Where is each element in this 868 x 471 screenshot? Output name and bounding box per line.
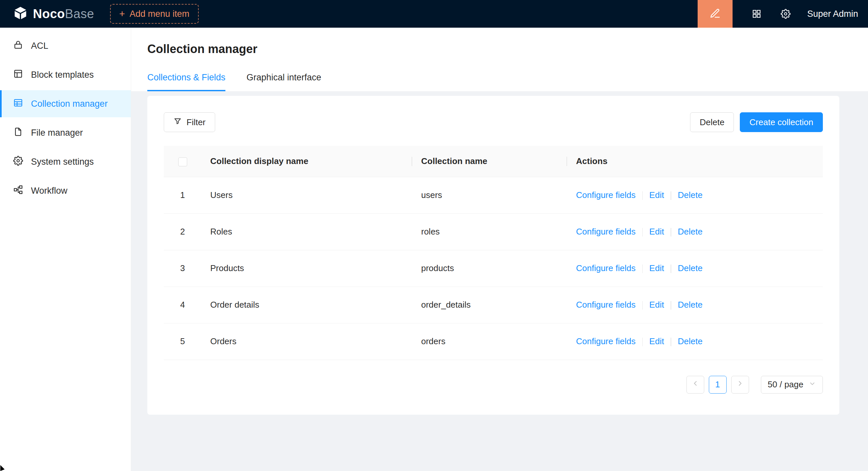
- action-divider: [642, 338, 643, 346]
- sidebar-item-label: ACL: [31, 41, 49, 51]
- filter-button[interactable]: Filter: [164, 112, 215, 132]
- logo-wordmark: NocoBase: [33, 7, 94, 21]
- delete-link[interactable]: Delete: [678, 190, 703, 200]
- edit-link[interactable]: Edit: [649, 190, 664, 200]
- collections-card: Filter Delete Create collection: [147, 96, 839, 415]
- sidebar-item-file-manager[interactable]: File manager: [0, 119, 131, 146]
- lock-icon: [13, 40, 23, 52]
- table-row: 4 Order details order_details Configure …: [164, 287, 823, 323]
- row-actions: Configure fieldsEditDelete: [567, 177, 823, 213]
- top-header: NocoBase + Add menu item: [0, 0, 868, 28]
- create-collection-button[interactable]: Create collection: [740, 112, 823, 132]
- action-divider: [671, 338, 671, 346]
- highlighter-icon: [710, 8, 721, 20]
- ui-editor-toggle-button[interactable]: [698, 0, 733, 28]
- configure-fields-link[interactable]: Configure fields: [576, 300, 636, 310]
- page-title: Collection manager: [147, 42, 852, 56]
- edit-link[interactable]: Edit: [649, 336, 664, 346]
- plus-icon: +: [119, 9, 125, 19]
- chevron-down-icon: [809, 379, 816, 390]
- page-header: Collection manager Collections & Fields …: [131, 28, 868, 91]
- filter-button-label: Filter: [187, 117, 206, 128]
- chevron-left-icon: [691, 379, 699, 390]
- edit-link[interactable]: Edit: [649, 263, 664, 273]
- action-divider: [671, 191, 671, 200]
- prev-page-button[interactable]: [686, 376, 704, 394]
- collection-display-name: Roles: [202, 213, 412, 250]
- delete-link[interactable]: Delete: [678, 227, 703, 236]
- delete-link[interactable]: Delete: [678, 263, 703, 273]
- page-size-value: 50 / page: [768, 379, 803, 390]
- settings-gear-icon[interactable]: [781, 9, 790, 19]
- cube-logo-icon: [13, 6, 28, 22]
- nocobase-logo[interactable]: NocoBase: [0, 6, 94, 22]
- collections-table: Collection display name Collection name …: [164, 146, 823, 360]
- content-area: Filter Delete Create collection: [131, 91, 868, 471]
- select-all-header-cell: [164, 146, 202, 177]
- sidebar-item-system-settings[interactable]: System settings: [0, 148, 131, 175]
- action-divider: [642, 228, 643, 236]
- row-actions: Configure fieldsEditDelete: [567, 287, 823, 323]
- column-header-name: Collection name: [412, 146, 567, 177]
- settings-sidebar: ACL Block templates Collection manager: [0, 28, 131, 471]
- table-row: 5 Orders orders Configure fieldsEditDele…: [164, 323, 823, 360]
- sidebar-item-acl[interactable]: ACL: [0, 32, 131, 59]
- sidebar-item-label: Collection manager: [31, 99, 108, 109]
- configure-fields-link[interactable]: Configure fields: [576, 263, 636, 273]
- row-actions: Configure fieldsEditDelete: [567, 213, 823, 250]
- column-header-display-name: Collection display name: [202, 146, 412, 177]
- app-window: NocoBase + Add menu item: [0, 0, 868, 471]
- table-toolbar: Filter Delete Create collection: [164, 112, 823, 132]
- edit-link[interactable]: Edit: [649, 300, 664, 310]
- delete-link[interactable]: Delete: [678, 300, 703, 310]
- table-header-row: Collection display name Collection name …: [164, 146, 823, 177]
- mouse-cursor: [0, 464, 7, 471]
- action-divider: [642, 265, 643, 273]
- row-index: 4: [164, 287, 202, 323]
- configure-fields-link[interactable]: Configure fields: [576, 227, 636, 236]
- action-divider: [671, 301, 671, 310]
- gear-icon: [13, 156, 23, 168]
- sidebar-item-label: System settings: [31, 157, 94, 167]
- edit-link[interactable]: Edit: [649, 227, 664, 236]
- file-icon: [13, 127, 23, 139]
- user-menu[interactable]: Super Admin: [807, 9, 858, 19]
- sidebar-item-label: File manager: [31, 128, 83, 138]
- table-row: 3 Products products Configure fieldsEdit…: [164, 250, 823, 287]
- row-index: 2: [164, 213, 202, 250]
- column-header-actions: Actions: [567, 146, 823, 177]
- tab-bar: Collections & Fields Graphical interface: [147, 72, 852, 91]
- row-index: 3: [164, 250, 202, 287]
- page-size-select[interactable]: 50 / page: [761, 376, 823, 394]
- add-menu-item-button[interactable]: + Add menu item: [110, 4, 199, 24]
- collection-display-name: Users: [202, 177, 412, 213]
- action-divider: [642, 301, 643, 310]
- configure-fields-link[interactable]: Configure fields: [576, 190, 636, 200]
- filter-funnel-icon: [173, 117, 182, 128]
- table-row: 1 Users users Configure fieldsEditDelete: [164, 177, 823, 213]
- sidebar-item-workflow[interactable]: Workflow: [0, 177, 131, 204]
- delete-button[interactable]: Delete: [690, 112, 734, 132]
- tab-graphical-interface[interactable]: Graphical interface: [247, 72, 321, 91]
- row-index: 1: [164, 177, 202, 213]
- sidebar-item-label: Workflow: [31, 186, 67, 196]
- select-all-checkbox[interactable]: [178, 158, 187, 166]
- configure-fields-link[interactable]: Configure fields: [576, 336, 636, 346]
- plugins-grid-icon[interactable]: [752, 9, 762, 19]
- delete-link[interactable]: Delete: [678, 336, 703, 346]
- row-index: 5: [164, 323, 202, 360]
- action-divider: [642, 191, 643, 200]
- page-number-button[interactable]: 1: [709, 376, 726, 394]
- workflow-icon: [13, 185, 23, 197]
- next-page-button[interactable]: [731, 376, 749, 394]
- sidebar-item-collection-manager[interactable]: Collection manager: [0, 90, 131, 117]
- collection-name: roles: [412, 213, 567, 250]
- tab-collections-fields[interactable]: Collections & Fields: [147, 72, 225, 91]
- layout-icon: [13, 69, 23, 81]
- table-row: 2 Roles roles Configure fieldsEditDelete: [164, 213, 823, 250]
- sidebar-item-block-templates[interactable]: Block templates: [0, 61, 131, 88]
- table-icon: [13, 98, 23, 110]
- collection-name: users: [412, 177, 567, 213]
- action-divider: [671, 228, 671, 236]
- action-divider: [671, 265, 671, 273]
